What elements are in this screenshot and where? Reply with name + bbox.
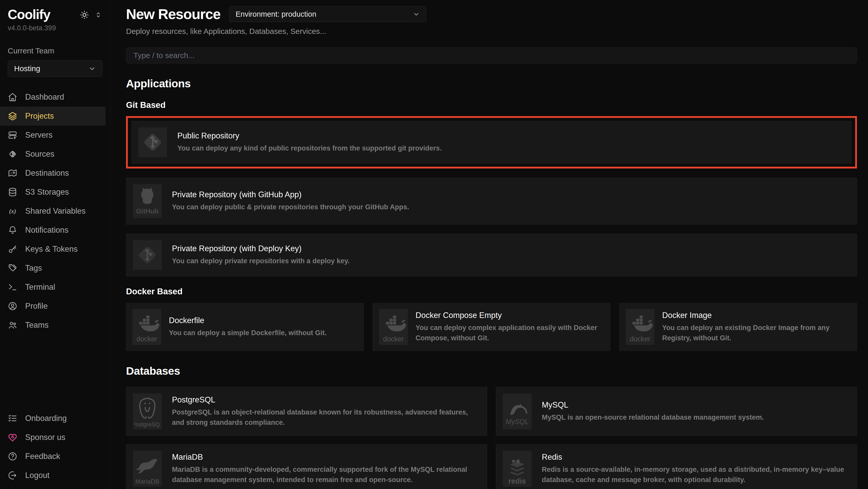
resource-card-private-repository-deploy-key[interactable]: Private Repository (with Deploy Key) You… (126, 234, 857, 276)
sidebar-item-label: Projects (25, 112, 54, 121)
card-title: Private Repository (with GitHub App) (172, 190, 409, 199)
section-title-databases: Databases (126, 365, 857, 377)
card-body: Docker Compose Empty You can deploy comp… (415, 309, 604, 345)
environment-select-value: Environment: production (236, 10, 316, 19)
subsection-title-git-based: Git Based (126, 100, 857, 110)
key-icon (8, 244, 18, 254)
resource-card-dockerfile[interactable]: docker Dockerfile You can deploy a simpl… (126, 303, 364, 351)
sidebar-item-label: Sources (25, 149, 54, 159)
card-body: MySQL MySQL is an open-source relational… (542, 394, 764, 429)
svg-text:docker: docker (136, 335, 157, 343)
main-content: New Resource Environment: production Dep… (111, 0, 868, 489)
resource-card-redis[interactable]: redis Redis Redis is a source-available,… (496, 444, 857, 489)
card-title: Docker Compose Empty (415, 311, 604, 320)
current-team-label: Current Team (0, 47, 110, 55)
docker-icon: docker (132, 309, 161, 345)
card-title: Redis (542, 453, 850, 462)
card-body: Redis Redis is a source-available, in-me… (542, 451, 850, 487)
svg-text:MySQL: MySQL (506, 418, 528, 426)
card-description: MySQL is an open-source relational datab… (542, 412, 764, 423)
sidebar-item-label: Notifications (25, 226, 68, 235)
server-icon (8, 130, 18, 140)
sidebar-item-keys-tokens[interactable]: Keys & Tokens (0, 240, 110, 259)
sidebar-item-shared-variables[interactable]: (x) Shared Variables (0, 202, 110, 221)
sidebar-item-servers[interactable]: Servers (0, 125, 110, 145)
card-description: You can deploy a simple Dockerfile, with… (169, 328, 327, 338)
app-logo[interactable]: Coolify (8, 7, 50, 22)
team-select[interactable]: Hosting (8, 60, 102, 77)
sidebar-item-label: Profile (25, 301, 48, 311)
card-title: Dockerfile (169, 316, 327, 325)
sidebar-item-onboarding[interactable]: Onboarding (0, 409, 110, 428)
sidebar-item-destinations[interactable]: Destinations (0, 164, 110, 182)
sidebar-item-dashboard[interactable]: Dashboard (0, 88, 110, 107)
card-body: Public Repository You can deploy any kin… (177, 127, 442, 157)
terminal-icon (8, 282, 18, 292)
docker-icon: docker (379, 309, 408, 345)
checklist-icon (8, 413, 18, 423)
help-circle-icon (8, 452, 18, 461)
resource-card-docker-image[interactable]: docker Docker Image You can deploy an ex… (619, 303, 857, 351)
resource-card-mariadb[interactable]: MariaDB MariaDB MariaDB is a community-d… (126, 444, 487, 489)
card-title: MySQL (542, 400, 764, 410)
mysql-icon: MySQL (503, 394, 531, 429)
resource-card-postgresql[interactable]: PostgreSQL PostgreSQL PostgreSQL is an o… (126, 387, 487, 436)
sidebar-item-label: Destinations (25, 169, 69, 178)
highlight-annotation-box: Public Repository You can deploy any kin… (126, 116, 857, 169)
sidebar-item-label: Onboarding (25, 414, 67, 423)
resource-card-docker-compose-empty[interactable]: docker Docker Compose Empty You can depl… (373, 303, 610, 351)
card-body: Private Repository (with GitHub App) You… (172, 184, 409, 218)
sidebar-footer-nav: Onboarding Sponsor us Feedback Logout (0, 409, 110, 485)
card-title: PostgreSQL (172, 395, 480, 404)
card-title: Docker Image (662, 311, 850, 320)
sidebar-item-feedback[interactable]: Feedback (0, 447, 110, 466)
sidebar-item-profile[interactable]: Profile (0, 297, 110, 316)
users-icon (8, 320, 18, 330)
svg-text:MariaDB: MariaDB (135, 478, 159, 485)
sidebar-item-tags[interactable]: Tags (0, 259, 110, 278)
environment-select[interactable]: Environment: production (229, 6, 426, 22)
resource-card-public-repository[interactable]: Public Repository You can deploy any kin… (131, 121, 851, 164)
card-body: PostgreSQL PostgreSQL is an object-relat… (172, 394, 480, 429)
card-description: You can deploy private repositories with… (172, 256, 349, 266)
sidebar-item-projects[interactable]: Projects (0, 107, 105, 125)
sidebar-item-sources[interactable]: Sources (0, 145, 110, 164)
sidebar-item-label: Shared Variables (25, 206, 86, 216)
page-subtitle: Deploy resources, like Applications, Dat… (126, 27, 857, 36)
sidebar-item-s3-storages[interactable]: S3 Storages (0, 182, 110, 202)
sidebar-item-label: Tags (25, 263, 42, 273)
postgresql-icon: PostgreSQL (133, 394, 162, 429)
resource-card-private-repository-github-app[interactable]: GitHub Private Repository (with GitHub A… (126, 178, 857, 225)
database-icon (8, 187, 18, 197)
home-icon (8, 92, 18, 102)
sidebar-item-notifications[interactable]: Notifications (0, 221, 110, 240)
logout-icon (8, 470, 18, 480)
git-branch-icon (8, 149, 18, 159)
git-icon (138, 127, 167, 157)
search-input[interactable] (126, 48, 857, 63)
resource-card-mysql[interactable]: MySQL MySQL MySQL is an open-source rela… (496, 387, 857, 436)
svg-text:GitHub: GitHub (136, 207, 159, 215)
svg-text:PostgreSQL: PostgreSQL (134, 421, 160, 428)
theme-toggle-sun-icon[interactable] (79, 10, 90, 20)
page-header: New Resource Environment: production (126, 6, 857, 22)
card-title: Private Repository (with Deploy Key) (172, 244, 349, 253)
sidebar-item-teams[interactable]: Teams (0, 316, 110, 335)
page-title: New Resource (126, 6, 220, 22)
sidebar-item-terminal[interactable]: Terminal (0, 278, 110, 297)
team-select-value: Hosting (14, 64, 40, 73)
card-description: You can deploy complex application easil… (415, 323, 604, 343)
sidebar-item-label: Servers (25, 131, 53, 140)
sidebar-item-logout[interactable]: Logout (0, 466, 110, 485)
docker-based-card-grid: docker Dockerfile You can deploy a simpl… (126, 303, 857, 351)
sidebar-item-label: Keys & Tokens (25, 244, 78, 254)
sidebar: Coolify v4.0.0-beta.399 Current Team Hos… (0, 0, 111, 489)
card-description: You can deploy an existing Docker Image … (662, 323, 850, 343)
user-circle-icon (8, 301, 18, 311)
sidebar-item-label: Logout (25, 471, 50, 480)
card-body: Private Repository (with Deploy Key) You… (172, 240, 349, 270)
card-description: Redis is a source-available, in-memory s… (542, 464, 850, 485)
chevrons-up-down-icon[interactable] (94, 11, 102, 19)
sidebar-item-sponsor-us[interactable]: Sponsor us (0, 428, 110, 447)
chevron-down-icon (88, 65, 96, 73)
